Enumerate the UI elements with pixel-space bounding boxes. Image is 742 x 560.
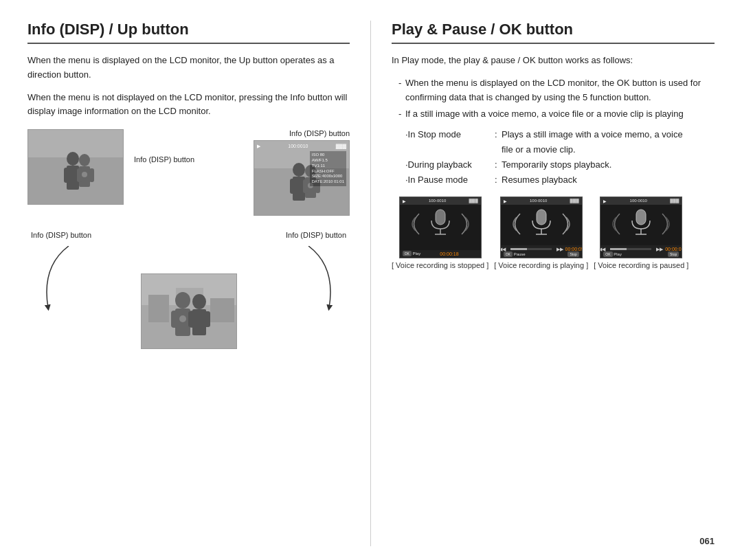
vs-paused-battery: ▓▓▓ [670,199,679,203]
mode-stop-label: ·In Stop mode [405,127,495,157]
camera-img-bottom [141,273,237,349]
vs-paused-caption: [ Voice recording is paused ] [594,261,688,269]
vs-paused-mode: ▶ [603,199,607,203]
vs-stopped-counter: 100-0010 [429,199,446,203]
mode-stop-desc: Plays a still image with a voice memo, a… [502,127,715,157]
vs-stopped-bottom: OK Play 00:00:18 [400,250,481,258]
svg-rect-5 [64,168,69,183]
svg-point-7 [79,154,90,166]
mode-playback-label: ·During playback [405,157,495,172]
vs-playing-topbar: ▶ 100-0010 ▓▓▓ [501,197,582,205]
vs-paused: ▶ 100-0010 ▓▓▓ [600,197,682,258]
cam2-info-overlay: ISO 80 AW/F1.5 TV1:11 FLASH:OFF SIZE:400… [310,151,346,186]
vs-paused-body [600,205,682,243]
mode-pause-desc: Resumes playback [502,172,715,188]
info-size: SIZE:4000x3000 [312,174,344,179]
vs-playing-stop-btn-wrap: Stop [567,252,578,256]
mic-paused [629,208,653,240]
left-column: Info (DISP) / Up button When the menu is… [27,21,371,546]
vs-paused-play-label: Play [614,252,622,256]
vs-paused-fill [610,248,627,250]
arrow-svg-right [267,246,350,315]
camera-bottom [141,273,237,349]
vs-playing-caption: [ Voice recording is playing ] [494,261,588,269]
couple-svg-3 [142,274,237,349]
svg-point-15 [293,163,305,177]
vs-paused-ff: ▶▶ [656,247,663,252]
arrow-svg-left [27,246,110,315]
svg-rect-36 [188,311,194,327]
cam2-top-bar: ▶ 100:0010 ▓▓▓ [254,144,349,149]
vs-stopped-ok-btn[interactable]: OK [403,251,412,256]
svg-point-3 [67,152,79,166]
mode-row-playback: ·During playback : Temporarily stops pla… [405,157,715,172]
vs-playing-ff: ▶▶ [556,247,563,252]
left-title: Info (DISP) / Up button [27,21,350,44]
camera-basic: ▶ 100:0010 ▓▓▓ [27,129,124,208]
vs-paused-bottom: ◀◀ ▶▶ 00:00:05 OK Play [600,245,682,258]
vs-stopped-topbar: ▶ 100-0010 ▓▓▓ [400,197,481,205]
vs-paused-topbar: ▶ 100-0010 ▓▓▓ [600,197,682,205]
svg-rect-29 [210,298,234,322]
bullet-list: When the menu is displayed on the LCD mo… [398,76,715,122]
waves-left-stopped [405,210,423,238]
svg-rect-17 [290,179,295,194]
couple-svg-1 [28,130,124,205]
vs-playing-mode: ▶ [504,199,507,203]
cam2-battery: ▓▓▓ [336,144,346,149]
vs-paused-stop-btn-wrap: Stop [668,252,679,256]
svg-point-34 [192,294,206,309]
mode-stop-colon: : [495,127,502,157]
camera-img-basic: ▶ 100:0010 ▓▓▓ [27,129,124,205]
label-info-disp-bottom-left: Info (DISP) button [31,231,91,239]
vs-paused-play-btn-wrap: OK Play [603,252,622,256]
vs-playing-battery: ▓▓▓ [570,199,579,203]
vs-playing-btns: OK Pause Stop [504,252,579,256]
vs-playing-pause-label: Pause [514,252,526,256]
left-para1: When the menu is displayed on the LCD mo… [27,54,350,82]
camera-info: Info (DISP) button [254,129,350,216]
mode-playback-desc: Temporarily stops playback. [502,157,715,172]
mode-row-pause: ·In Pause mode : Resumes playback [405,172,715,188]
vs-playing-progress [510,248,552,250]
bullet-item-2: If a still image with a voice memo, a vo… [398,107,715,122]
waves-left-paused [606,210,623,238]
vs-stopped-mode: ▶ [403,199,406,203]
vs-playing-counter: 100-0010 [530,199,547,203]
info-flash: FLASH:OFF [312,169,344,175]
mode-pause-colon: : [495,172,502,188]
left-para2: When the menu is not displayed on the LC… [27,91,350,120]
right-column: Play & Pause / OK button In Play mode, t… [371,21,715,546]
svg-point-11 [82,172,87,177]
vs-paused-btns: OK Play Stop [603,252,679,256]
vs-stopped-time: 00:00:18 [440,251,458,256]
right-title: Play & Pause / OK button [392,21,715,44]
page: Info (DISP) / Up button When the menu is… [0,0,742,560]
page-number: 061 [699,536,715,546]
svg-point-30 [175,292,190,309]
cam2-label-top: Info (DISP) button [254,129,350,137]
cam2-counter: 100:0010 [288,144,308,149]
right-intro: In Play mode, the play & pause / OK butt… [392,54,715,68]
svg-rect-37 [204,311,210,327]
vs-stopped-battery: ▓▓▓ [469,199,477,203]
vs-stopped-play-label: Play [413,251,421,256]
info-tv: TV1:11 [312,164,344,169]
voice-screens: ▶ 100-0010 ▓▓▓ [392,197,715,269]
svg-rect-9 [77,168,82,182]
vs-playing-time: 00:00:05 [565,247,583,251]
camera-img-info: ▶ 100:0010 ▓▓▓ ISO 80 AW/F1.5 TV1:11 FLA… [254,140,350,216]
info-av: AW/F1.5 [312,158,344,164]
svg-rect-27 [148,295,169,322]
svg-rect-32 [171,311,178,328]
waves-right-paused [659,210,676,238]
label-info-disp-top: Info (DISP) button [134,155,194,164]
vs-paused-stop-btn[interactable]: Stop [668,251,679,257]
mic-playing [529,208,554,240]
vs-stopped-body [400,205,481,243]
vs-paused-ok-btn[interactable]: OK [603,251,612,257]
vs-paused-progress [610,248,651,250]
vs-playing-stop-btn[interactable]: Stop [567,251,578,257]
vs-stopped-wrapper: ▶ 100-0010 ▓▓▓ [392,197,488,269]
vs-playing-ok-btn[interactable]: OK [504,251,513,257]
